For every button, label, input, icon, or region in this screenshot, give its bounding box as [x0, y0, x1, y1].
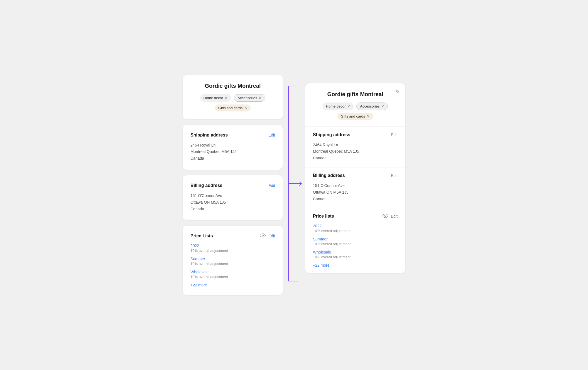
main-container: Gordie gifts Montreal Home decor ✕ Acces… — [166, 64, 422, 306]
right-billing-address: 151 O'Connor Ave Ottawa ON M5A 1J5 Canad… — [313, 182, 398, 202]
left-price-list-summer-name[interactable]: Summer — [190, 257, 275, 261]
left-tag-accessories-remove[interactable]: ✕ — [259, 96, 262, 100]
right-billing-header: Billing address Edit — [313, 173, 398, 178]
left-shipping-line1: 2464 Royal Ln — [190, 142, 275, 149]
left-price-lists-edit-button[interactable]: Edit — [268, 234, 275, 238]
right-tag-home-decor-label: Home decor — [326, 104, 346, 108]
right-tag-accessories-label: Accessories — [360, 104, 379, 108]
left-tags-row: Home decor ✕ Accessories ✕ Gifts and car… — [190, 94, 275, 111]
left-billing-line3: Canada — [190, 206, 275, 213]
right-price-lists-more-link[interactable]: +22 more — [313, 263, 398, 267]
right-business-title: Gordie gifts Montreal — [313, 91, 398, 98]
right-price-lists-heading: Price lists — [313, 214, 334, 219]
right-price-lists-header: Price lists Edit — [313, 214, 398, 219]
left-price-list-2022-desc: 10% overall adjustment — [190, 249, 275, 253]
left-shipping-edit-button[interactable]: Edit — [268, 133, 275, 137]
left-shipping-line3: Canada — [190, 155, 275, 162]
left-price-lists-heading: Price Lists — [190, 233, 213, 238]
left-shipping-heading: Shipping address — [190, 133, 228, 138]
right-shipping-header: Shipping address Edit — [313, 132, 398, 137]
left-price-list-item-2022: 2022 10% overall adjustment — [190, 244, 275, 253]
right-column: ✎ Gordie gifts Montreal Home decor ✕ Acc… — [305, 83, 405, 273]
svg-point-0 — [262, 235, 263, 236]
right-shipping-heading: Shipping address — [313, 132, 350, 137]
left-price-list-summer-desc: 10% overall adjustment — [190, 262, 275, 266]
left-billing-header: Billing address Edit — [190, 183, 275, 188]
right-price-lists-view-icon[interactable] — [383, 214, 388, 219]
right-tag-gifts-and-cards-remove[interactable]: ✕ — [367, 115, 370, 118]
left-shipping-card: Shipping address Edit 2464 Royal Ln Mont… — [183, 125, 283, 170]
left-column: Gordie gifts Montreal Home decor ✕ Acces… — [183, 75, 283, 295]
right-tag-home-decor-remove[interactable]: ✕ — [347, 104, 350, 108]
right-billing-line2: Ottawa ON M5A 1J5 — [313, 189, 398, 196]
left-billing-heading: Billing address — [190, 183, 222, 188]
right-card: ✎ Gordie gifts Montreal Home decor ✕ Acc… — [305, 83, 405, 273]
right-shipping-address: 2464 Royal Ln Montreal Quebec M5A 1J5 Ca… — [313, 142, 398, 162]
left-tag-gifts-and-cards[interactable]: Gifts and cards ✕ — [215, 104, 251, 111]
right-business-edit-icon[interactable]: ✎ — [396, 89, 400, 95]
right-price-list-wholesale-name[interactable]: Wholesale — [313, 250, 398, 254]
left-business-card: Gordie gifts Montreal Home decor ✕ Acces… — [183, 75, 283, 119]
right-tag-accessories-remove[interactable]: ✕ — [381, 104, 384, 108]
right-tag-gifts-and-cards-label: Gifts and cards — [341, 114, 365, 118]
left-price-lists-header: Price Lists Edit — [190, 233, 275, 238]
right-price-list-2022-desc: 10% overall adjustment — [313, 229, 398, 233]
left-price-lists-more-link[interactable]: +22 more — [190, 283, 275, 287]
connector — [283, 75, 305, 295]
right-billing-heading: Billing address — [313, 173, 345, 178]
right-shipping-line2: Montreal Quebec M5A 1J5 — [313, 148, 398, 155]
right-billing-line1: 151 O'Connor Ave — [313, 182, 398, 189]
left-tag-accessories-label: Accessories — [237, 96, 257, 100]
left-price-list-item-summer: Summer 10% overall adjustment — [190, 257, 275, 266]
left-price-list-wholesale-name[interactable]: Wholesale — [190, 270, 275, 274]
right-price-lists-header-right: Edit — [383, 214, 398, 219]
left-price-lists-card: Price Lists Edit 2022 10% overall adjust… — [183, 226, 283, 295]
right-price-list-item-wholesale: Wholesale 10% overall adjustment — [313, 250, 398, 259]
right-price-list-wholesale-desc: 10% overall adjustment — [313, 255, 398, 259]
right-billing-edit-button[interactable]: Edit — [391, 173, 398, 178]
right-tag-accessories[interactable]: Accessories ✕ — [356, 103, 388, 110]
right-tag-home-decor[interactable]: Home decor ✕ — [323, 103, 354, 110]
right-price-list-summer-desc: 10% overall adjustment — [313, 242, 398, 246]
left-shipping-line2: Montreal Quebec M5A 1J5 — [190, 149, 275, 155]
left-shipping-header: Shipping address Edit — [190, 133, 275, 138]
left-billing-line2: Ottawa ON M5A 1J5 — [190, 199, 275, 206]
left-billing-line1: 151 O'Connor Ave — [190, 193, 275, 199]
right-price-list-summer-name[interactable]: Summer — [313, 237, 398, 241]
left-price-lists-header-right: Edit — [260, 233, 275, 238]
right-price-list-2022-name[interactable]: 2022 — [313, 224, 398, 228]
right-tags-row: Home decor ✕ Accessories ✕ Gifts and car… — [313, 103, 398, 120]
left-shipping-address: 2464 Royal Ln Montreal Quebec M5A 1J5 Ca… — [190, 142, 275, 162]
left-tag-home-decor[interactable]: Home decor ✕ — [200, 94, 231, 102]
right-tag-gifts-and-cards[interactable]: Gifts and cards ✕ — [337, 113, 373, 120]
right-shipping-line1: 2464 Royal Ln — [313, 142, 398, 149]
svg-point-1 — [384, 215, 386, 216]
left-tag-gifts-and-cards-remove[interactable]: ✕ — [244, 106, 247, 110]
left-tag-accessories[interactable]: Accessories ✕ — [234, 94, 265, 102]
right-price-list-item-2022: 2022 10% overall adjustment — [313, 224, 398, 233]
right-price-list-item-summer: Summer 10% overall adjustment — [313, 237, 398, 246]
right-price-lists-section: Price lists Edit 2022 10% overall adju — [305, 208, 405, 273]
left-billing-card: Billing address Edit 151 O'Connor Ave Ot… — [183, 175, 283, 220]
left-price-list-wholesale-desc: 10% overall adjustment — [190, 275, 275, 279]
right-price-lists-edit-button[interactable]: Edit — [391, 214, 398, 218]
right-shipping-edit-button[interactable]: Edit — [391, 133, 398, 137]
left-tag-home-decor-remove[interactable]: ✕ — [225, 96, 228, 100]
left-tag-home-decor-label: Home decor — [204, 96, 223, 100]
right-billing-section: Billing address Edit 151 O'Connor Ave Ot… — [305, 167, 405, 208]
left-billing-edit-button[interactable]: Edit — [268, 183, 275, 188]
right-shipping-section: Shipping address Edit 2464 Royal Ln Mont… — [305, 126, 405, 167]
left-tag-gifts-and-cards-label: Gifts and cards — [218, 106, 242, 110]
left-business-title: Gordie gifts Montreal — [190, 83, 275, 89]
left-price-list-2022-name[interactable]: 2022 — [190, 244, 275, 248]
left-price-list-item-wholesale: Wholesale 10% overall adjustment — [190, 270, 275, 279]
left-billing-address: 151 O'Connor Ave Ottawa ON M5A 1J5 Canad… — [190, 193, 275, 212]
right-shipping-line3: Canada — [313, 155, 398, 162]
right-business-section: ✎ Gordie gifts Montreal Home decor ✕ Acc… — [305, 83, 405, 126]
left-price-lists-view-icon[interactable] — [260, 233, 266, 238]
right-billing-line3: Canada — [313, 196, 398, 203]
